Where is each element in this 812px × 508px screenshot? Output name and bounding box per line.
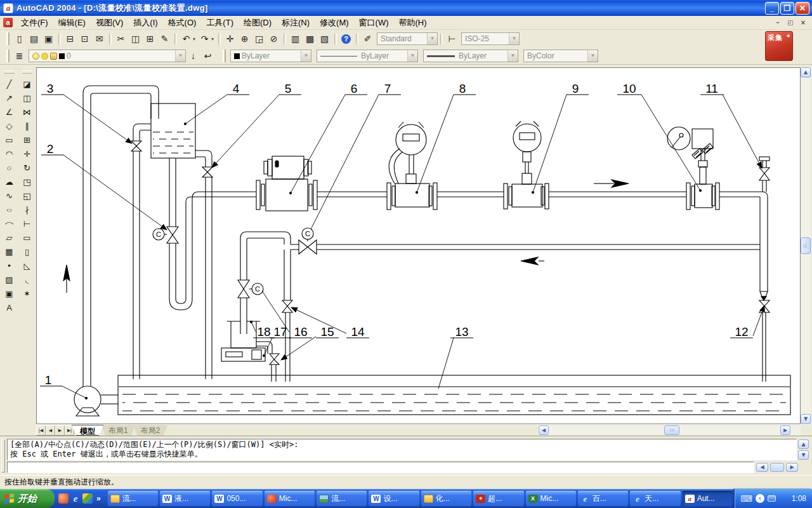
language-bar-icon[interactable]: ‹: [756, 494, 764, 503]
properties-icon[interactable]: ▥: [288, 32, 303, 46]
publish-icon[interactable]: ✉: [92, 32, 107, 46]
menu-insert[interactable]: 插入(I): [128, 16, 162, 30]
quick-launch-more[interactable]: »: [95, 494, 102, 503]
array-icon[interactable]: ⊞: [20, 133, 35, 147]
task-button-word-2[interactable]: 050...: [212, 491, 262, 506]
fillet-icon[interactable]: ◟: [20, 272, 35, 286]
child-restore-button[interactable]: ◰: [785, 18, 796, 27]
explode-icon[interactable]: ✶: [20, 286, 35, 300]
tab-nav-first[interactable]: |◀: [36, 425, 46, 436]
scroll-down-icon[interactable]: ▼: [801, 414, 811, 424]
tab-nav-next[interactable]: ▶: [55, 425, 65, 436]
tool-palettes-icon[interactable]: ▧: [317, 32, 332, 46]
command-input-line[interactable]: [7, 462, 754, 473]
vertical-scroll-thumb[interactable]: [801, 237, 811, 254]
toolbar-grip[interactable]: [223, 50, 226, 62]
lineweight-combo[interactable]: ByLayer ▼: [423, 50, 518, 62]
mirror-icon[interactable]: ⋈: [20, 105, 35, 119]
menu-file[interactable]: 文件(F): [16, 16, 53, 30]
restore-button[interactable]: ❐: [780, 2, 794, 15]
stretch-icon[interactable]: ◱: [20, 189, 35, 203]
zoom-realtime-icon[interactable]: ⊕: [237, 32, 252, 46]
task-button-word-1[interactable]: 液...: [160, 491, 210, 506]
scroll-left-icon[interactable]: ◀: [539, 425, 549, 435]
line-icon[interactable]: ╱: [2, 77, 17, 91]
dim-style-combo[interactable]: ISO-25 ▼: [461, 32, 520, 45]
color-combo[interactable]: ByLayer ▼: [230, 50, 311, 62]
tab-layout1[interactable]: 布局1: [101, 425, 136, 436]
insert-block-icon[interactable]: ▱: [2, 231, 17, 244]
trim-icon[interactable]: ∤: [20, 203, 35, 217]
menu-window[interactable]: 窗口(W): [354, 16, 394, 30]
toolbar-grip[interactable]: [6, 32, 10, 45]
linetype-combo[interactable]: ByLayer ▼: [317, 50, 418, 62]
menu-format[interactable]: 格式(O): [163, 16, 202, 30]
redo-dropdown-icon[interactable]: ▾: [209, 32, 216, 46]
text-style-combo[interactable]: Standard ▼: [377, 32, 438, 45]
spline-icon[interactable]: ∿: [2, 189, 17, 203]
task-button-office-red[interactable]: Mic...: [265, 491, 315, 506]
paste-icon[interactable]: ⊞: [143, 32, 157, 46]
designcenter-icon[interactable]: ▩: [303, 32, 317, 46]
new-file-icon[interactable]: ▯: [12, 32, 27, 46]
cut-icon[interactable]: ✂: [114, 32, 128, 46]
layer-combo[interactable]: 0 ▼: [29, 50, 186, 62]
task-button-reader[interactable]: 超...: [473, 491, 523, 506]
ellipse-icon[interactable]: ○: [2, 203, 17, 217]
menu-modify[interactable]: 修改(M): [315, 16, 354, 30]
rotate-icon[interactable]: ↻: [20, 161, 35, 175]
circle-icon[interactable]: ○: [2, 161, 17, 175]
tab-layout2[interactable]: 布局2: [133, 425, 168, 436]
task-button-ie-1[interactable]: 百...: [578, 491, 628, 506]
tab-model[interactable]: 模型: [72, 425, 103, 436]
dim-style-icon[interactable]: ⊢: [445, 32, 459, 46]
child-close-button[interactable]: ×: [797, 18, 809, 27]
help-icon[interactable]: ?: [339, 32, 353, 46]
zoom-previous-icon[interactable]: ⊘: [266, 32, 281, 46]
point-icon[interactable]: •: [2, 258, 17, 272]
layers-icon[interactable]: ≣: [12, 49, 27, 64]
menu-dimension[interactable]: 标注(N): [277, 16, 315, 30]
open-file-icon[interactable]: ▤: [27, 32, 41, 46]
internet-explorer-icon[interactable]: e: [71, 493, 80, 504]
command-window-grip[interactable]: [1, 439, 5, 472]
break-icon[interactable]: ▯: [20, 244, 35, 258]
menu-tools[interactable]: 工具(T): [201, 16, 239, 30]
copy-object-icon[interactable]: ◫: [20, 91, 35, 105]
close-button[interactable]: ✕: [796, 2, 809, 15]
pan-icon[interactable]: ✛: [223, 32, 237, 46]
construction-line-icon[interactable]: ↗: [2, 91, 17, 105]
move-icon[interactable]: ✛: [20, 147, 35, 161]
task-button-excel[interactable]: Mic...: [526, 491, 576, 506]
ellipse-arc-icon[interactable]: ◠: [2, 217, 17, 231]
break-at-point-icon[interactable]: ▭: [20, 231, 35, 244]
revision-cloud-icon[interactable]: ☁: [2, 175, 17, 189]
quick-launch-app-icon[interactable]: [58, 493, 69, 504]
polyline-icon[interactable]: ∠: [2, 105, 17, 119]
task-button-image-viewer[interactable]: 流...: [317, 491, 367, 506]
save-icon[interactable]: ▣: [41, 32, 56, 46]
menu-edit[interactable]: 编辑(E): [53, 16, 91, 30]
plot-preview-icon[interactable]: ⊡: [77, 32, 92, 46]
command-scroll-left-icon[interactable]: ◀: [756, 463, 768, 472]
hatch-icon[interactable]: ▨: [2, 272, 17, 286]
command-history[interactable]: [全部(A)/中心点(C)/动态(D)/范围(E)/上一个(P)/比例(S)/窗…: [7, 439, 797, 460]
horizontal-scrollbar[interactable]: ◀ ▶: [537, 425, 801, 436]
extend-icon[interactable]: ⊢: [20, 217, 35, 231]
copy-icon[interactable]: ◫: [128, 32, 143, 46]
command-scroll-right-icon[interactable]: ▶: [786, 463, 798, 472]
command-scroll-up-icon[interactable]: ▲: [798, 439, 809, 449]
text-style-icon[interactable]: ✐: [360, 32, 375, 46]
multiline-text-icon[interactable]: A: [2, 300, 17, 314]
task-button-word-3[interactable]: 设...: [369, 491, 419, 506]
task-button-chem-folder[interactable]: 化...: [421, 491, 471, 506]
start-button[interactable]: 开始: [0, 489, 55, 508]
task-button-flow-folder[interactable]: 流...: [108, 491, 158, 506]
plot-icon[interactable]: ⊟: [63, 32, 77, 46]
network-icon[interactable]: [768, 495, 776, 502]
child-minimize-button[interactable]: –: [772, 18, 783, 27]
menu-help[interactable]: 帮助(H): [394, 16, 432, 30]
media-player-icon[interactable]: [82, 493, 93, 504]
vertical-scrollbar[interactable]: ▲ ▼: [801, 67, 811, 424]
toolbar-grip[interactable]: [6, 50, 10, 62]
